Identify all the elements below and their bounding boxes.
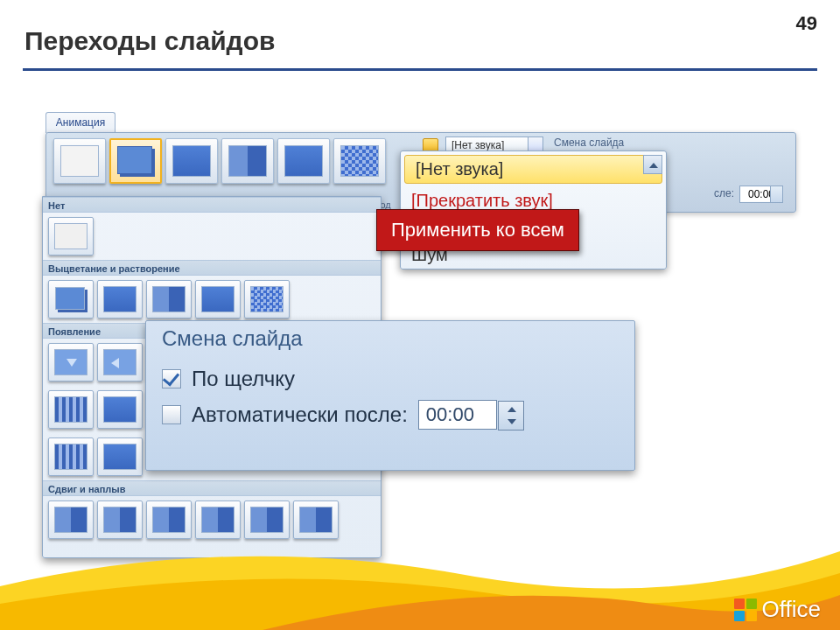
transition-thumb-selected[interactable] (109, 138, 162, 184)
tab-animation[interactable]: Анимация (46, 112, 116, 133)
office-brand-text: Office (762, 596, 821, 623)
gallery-section-none: Нет (43, 197, 381, 213)
sound-option[interactable]: [Нет звука] (404, 155, 662, 184)
auto-after-time-field[interactable]: 00:00 (418, 400, 497, 430)
gallery-thumb[interactable] (97, 500, 143, 539)
transition-quick-thumbs (53, 138, 386, 184)
powerpoint-ribbon-screenshot: Анимация Переход [Нет звука] Смена слайд… (46, 116, 796, 557)
spinner-icon[interactable] (498, 401, 524, 430)
office-logo-icon (734, 598, 757, 621)
gallery-thumb[interactable] (244, 280, 290, 318)
office-brand: Office (734, 596, 821, 623)
gallery-section-push: Сдвиг и наплыв (43, 480, 381, 496)
advance-panel-header: Смена слайда (162, 326, 622, 351)
gallery-thumb[interactable] (97, 390, 143, 429)
gallery-thumb[interactable] (195, 280, 241, 318)
gallery-thumb[interactable] (48, 343, 94, 382)
advance-slide-panel: Смена слайда По щелчку Автоматически пос… (145, 320, 635, 471)
gallery-thumb[interactable] (146, 280, 192, 318)
chevron-down-icon (532, 144, 539, 148)
auto-after-time-value: 00:00 (426, 403, 474, 425)
sound-dropdown-value: [Нет звука] (452, 139, 504, 151)
gallery-thumb[interactable] (97, 438, 143, 476)
group-label-advance: Смена слайда (554, 136, 624, 149)
transition-thumb[interactable] (221, 138, 274, 184)
transition-thumb[interactable] (333, 138, 386, 184)
gallery-thumb[interactable] (48, 217, 94, 256)
gallery-thumb[interactable] (195, 500, 241, 539)
gallery-thumb[interactable] (48, 438, 94, 476)
gallery-thumb[interactable] (48, 390, 94, 429)
transition-thumb[interactable] (165, 138, 218, 184)
apply-to-all-callout: Применить ко всем (376, 209, 579, 251)
spinner-icon[interactable] (770, 186, 782, 202)
gallery-thumb[interactable] (244, 500, 290, 539)
slide-title: Переходы слайдов (24, 26, 275, 56)
on-click-checkbox[interactable] (162, 369, 181, 388)
gallery-thumb[interactable] (48, 500, 94, 539)
gallery-thumb[interactable] (97, 343, 143, 382)
gallery-thumb[interactable] (293, 500, 339, 539)
gallery-thumb[interactable] (146, 500, 192, 539)
transition-thumb-none[interactable] (53, 138, 106, 184)
gallery-section-fade: Выцветание и растворение (43, 260, 381, 276)
gallery-thumb[interactable] (97, 280, 143, 318)
after-time-field[interactable]: 00:00 (739, 186, 783, 203)
header-rule (23, 68, 817, 71)
auto-after-label: Автоматически после: (192, 402, 408, 427)
page-number: 49 (796, 12, 817, 35)
transition-thumb[interactable] (277, 138, 330, 184)
after-label: сле: (714, 187, 734, 200)
auto-after-checkbox[interactable] (162, 405, 181, 424)
scroll-up-button[interactable] (643, 155, 662, 174)
gallery-thumb[interactable] (48, 280, 94, 318)
on-click-label: По щелчку (192, 367, 295, 391)
